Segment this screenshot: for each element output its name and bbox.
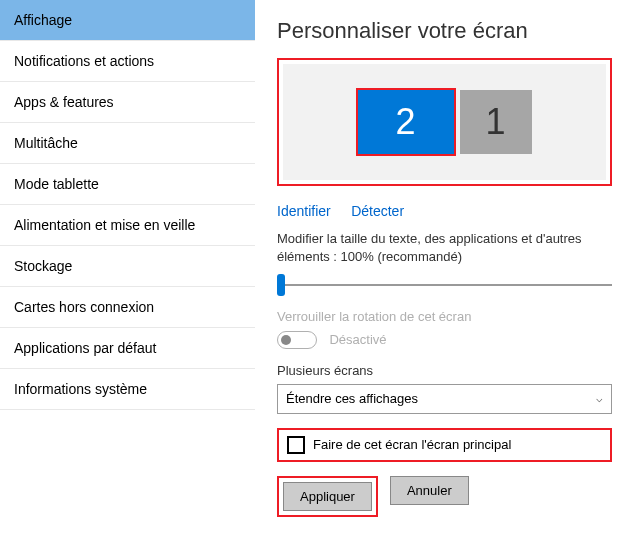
- sidebar-item-label: Applications par défaut: [14, 340, 156, 356]
- cancel-button[interactable]: Annuler: [390, 476, 469, 505]
- select-value: Étendre ces affichages: [286, 391, 418, 406]
- multiple-displays-select[interactable]: Étendre ces affichages ⌵: [277, 384, 612, 414]
- identify-link[interactable]: Identifier: [277, 203, 331, 219]
- monitor-selector-highlight: 2 1: [277, 58, 612, 186]
- sidebar-item-label: Mode tablette: [14, 176, 99, 192]
- sidebar-item-infos-systeme[interactable]: Informations système: [0, 369, 255, 410]
- scale-slider[interactable]: [277, 277, 612, 293]
- sidebar-item-cartes[interactable]: Cartes hors connexion: [0, 287, 255, 328]
- rotation-toggle-row: Désactivé: [277, 330, 612, 349]
- sidebar-item-apps-features[interactable]: Apps & features: [0, 82, 255, 123]
- sidebar-item-alimentation[interactable]: Alimentation et mise en veille: [0, 205, 255, 246]
- apply-button[interactable]: Appliquer: [283, 482, 372, 511]
- apply-button-highlight: Appliquer: [277, 476, 378, 517]
- sidebar-item-stockage[interactable]: Stockage: [0, 246, 255, 287]
- sidebar-item-label: Cartes hors connexion: [14, 299, 154, 315]
- toggle-state-text: Désactivé: [329, 332, 386, 347]
- sidebar-item-affichage[interactable]: Affichage: [0, 0, 255, 41]
- page-title: Personnaliser votre écran: [277, 18, 612, 44]
- rotation-toggle[interactable]: [277, 331, 317, 349]
- slider-track: [277, 284, 612, 286]
- monitor-selector: 2 1: [283, 64, 606, 180]
- monitor-1[interactable]: 1: [460, 90, 532, 154]
- scale-label: Modifier la taille du texte, des applica…: [277, 230, 612, 265]
- sidebar-item-label: Multitâche: [14, 135, 78, 151]
- monitor-2-label: 2: [395, 101, 415, 143]
- main-panel: Personnaliser votre écran 2 1 Identifier…: [255, 0, 630, 536]
- button-row: Appliquer Annuler: [277, 476, 612, 517]
- detect-link[interactable]: Détecter: [351, 203, 404, 219]
- sidebar: Affichage Notifications et actions Apps …: [0, 0, 255, 536]
- primary-display-row-highlight: Faire de cet écran l'écran principal: [277, 428, 612, 462]
- sidebar-item-label: Notifications et actions: [14, 53, 154, 69]
- multiple-displays-label: Plusieurs écrans: [277, 363, 612, 378]
- chevron-down-icon: ⌵: [596, 392, 603, 405]
- sidebar-item-multitache[interactable]: Multitâche: [0, 123, 255, 164]
- sidebar-item-label: Stockage: [14, 258, 72, 274]
- rotation-lock-label: Verrouiller la rotation de cet écran: [277, 309, 612, 324]
- monitor-1-label: 1: [485, 101, 505, 143]
- sidebar-item-mode-tablette[interactable]: Mode tablette: [0, 164, 255, 205]
- sidebar-item-label: Informations système: [14, 381, 147, 397]
- sidebar-item-label: Alimentation et mise en veille: [14, 217, 195, 233]
- slider-thumb[interactable]: [277, 274, 285, 296]
- sidebar-item-apps-defaut[interactable]: Applications par défaut: [0, 328, 255, 369]
- monitor-2[interactable]: 2: [356, 88, 456, 156]
- sidebar-item-label: Affichage: [14, 12, 72, 28]
- sidebar-item-label: Apps & features: [14, 94, 114, 110]
- primary-display-label: Faire de cet écran l'écran principal: [313, 437, 511, 452]
- primary-display-checkbox[interactable]: [287, 436, 305, 454]
- toggle-knob: [281, 335, 291, 345]
- monitor-links: Identifier Détecter: [277, 202, 612, 220]
- sidebar-item-notifications[interactable]: Notifications et actions: [0, 41, 255, 82]
